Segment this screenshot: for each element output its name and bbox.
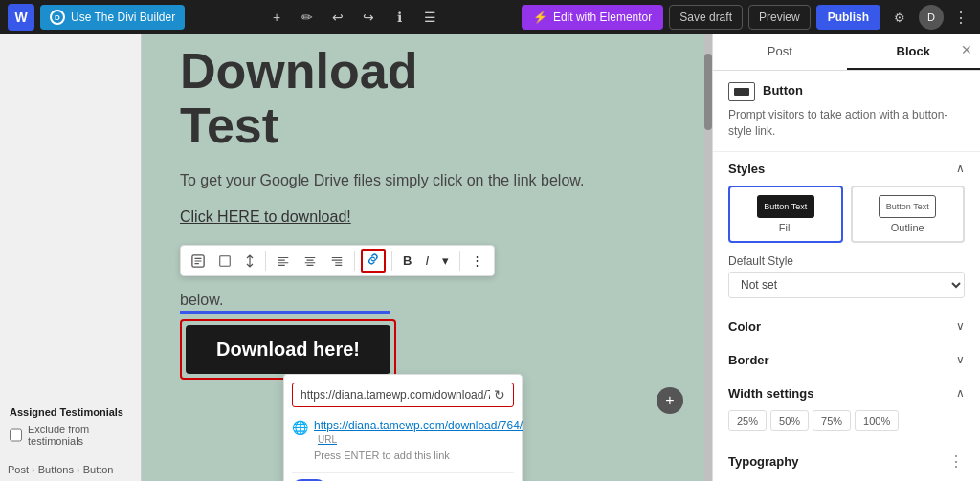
default-style-select[interactable]: Not set xyxy=(728,272,965,298)
style-outline-option[interactable]: Button Text Outline xyxy=(851,186,966,243)
click-here-link[interactable]: Click HERE to download! xyxy=(180,208,351,226)
toolbar-divider-3 xyxy=(391,251,392,271)
width-75-button[interactable]: 75% xyxy=(813,410,851,431)
right-panel: Post Block ✕ Button Prompt visitors to t… xyxy=(712,34,980,481)
link-input-row: ↻ xyxy=(292,383,514,407)
default-style-field: Default Style Not set xyxy=(713,254,980,310)
move-up-down-btn[interactable] xyxy=(240,251,259,271)
breadcrumb-sep-1: › xyxy=(32,464,35,475)
add-block-toolbar-button[interactable]: + xyxy=(263,4,290,31)
publish-button[interactable]: Publish xyxy=(816,5,880,30)
add-new-block-button[interactable]: + xyxy=(657,387,683,414)
breadcrumb-sep-2: › xyxy=(77,464,80,475)
border-label: Border xyxy=(728,353,769,367)
scrollbar-thumb[interactable] xyxy=(704,54,712,130)
link-suggestion-url[interactable]: https://diana.tamewp.com/download/764/ U… xyxy=(314,419,523,446)
download-button-container: Download here! xyxy=(180,319,396,380)
link-url-input[interactable] xyxy=(301,388,490,402)
align-left-btn[interactable] xyxy=(272,251,295,271)
default-style-label: Default Style xyxy=(728,254,965,268)
more-formats-btn[interactable]: ▾ xyxy=(437,251,454,271)
styles-section: Styles ∧ Button Text Fill Button Text Ou… xyxy=(713,152,980,310)
main-area: Assigned Testimonials Exclude from testi… xyxy=(0,34,980,481)
outline-preview: Button Text xyxy=(879,195,936,218)
save-draft-button[interactable]: Save draft xyxy=(669,5,743,30)
inline-formatting-toolbar: B I ▾ ⋮ xyxy=(180,245,495,276)
typography-more-icon[interactable]: ⋮ xyxy=(948,452,965,470)
align-right-btn[interactable] xyxy=(325,251,348,271)
menu-button[interactable]: ☰ xyxy=(416,4,443,31)
border-chevron: ∨ xyxy=(956,353,965,366)
styles-section-header[interactable]: Styles ∧ xyxy=(713,152,980,186)
tab-post[interactable]: Post xyxy=(713,34,847,70)
edit-tool-button[interactable]: ✏ xyxy=(294,4,321,31)
link-refresh-button[interactable]: ↻ xyxy=(494,387,505,403)
assigned-testimonials-panel: Assigned Testimonials Exclude from testi… xyxy=(0,399,141,454)
canvas-scrollbar[interactable] xyxy=(704,34,712,481)
elementor-edit-button[interactable]: ⚡ Edit with Elementor xyxy=(522,5,663,30)
typography-section-header[interactable]: Typography ⋮ xyxy=(713,443,980,480)
block-options-btn[interactable]: ⋮ xyxy=(466,251,488,271)
style-fill-option[interactable]: Button Text Fill xyxy=(728,186,843,243)
preview-button[interactable]: Preview xyxy=(748,5,811,30)
width-section-header[interactable]: Width settings ∧ xyxy=(713,377,980,410)
toolbar-divider-1 xyxy=(265,251,266,271)
italic-button[interactable]: I xyxy=(420,251,434,271)
exclude-testimonials-checkbox[interactable] xyxy=(10,428,22,442)
toolbar-divider-2 xyxy=(354,251,355,271)
width-chevron: ∧ xyxy=(956,386,965,400)
divi-builder-button[interactable]: D Use The Divi Builder xyxy=(40,5,185,30)
panel-tabs: Post Block ✕ xyxy=(713,34,980,71)
redo-button[interactable]: ↪ xyxy=(355,4,382,31)
info-button[interactable]: ℹ xyxy=(386,4,412,31)
fill-preview: Button Text xyxy=(757,195,814,218)
editor-canvas: Assigned Testimonials Exclude from testi… xyxy=(0,34,712,481)
elementor-icon: ⚡ xyxy=(533,11,547,24)
style-options: Button Text Fill Button Text Outline xyxy=(713,186,980,254)
link-popup: ↻ 🌐 https://diana.tamewp.com/download/76… xyxy=(283,374,523,481)
more-options-icon[interactable]: ⋮ xyxy=(949,9,972,27)
block-type-icon xyxy=(728,82,755,101)
globe-icon: 🌐 xyxy=(292,420,308,435)
width-25-button[interactable]: 25% xyxy=(728,410,767,431)
color-section-header[interactable]: Color ∨ xyxy=(713,310,980,343)
settings-button[interactable]: ⚙ xyxy=(886,4,913,31)
link-suggestion-hint: Press ENTER to add this link xyxy=(314,449,450,461)
width-50-button[interactable]: 50% xyxy=(770,410,809,431)
avatar[interactable]: D xyxy=(919,5,944,30)
width-section: Width settings ∧ 25% 50% 75% 100% xyxy=(713,377,980,443)
divi-icon: D xyxy=(50,10,65,25)
color-chevron: ∨ xyxy=(956,319,965,333)
page-title: Download Test xyxy=(180,44,674,153)
block-type-desc: Prompt visitors to take action with a bu… xyxy=(728,107,965,140)
styles-label: Styles xyxy=(728,162,765,176)
undo-button[interactable]: ↩ xyxy=(324,4,351,31)
main-toolbar: W D Use The Divi Builder + ✏ ↩ ↪ ℹ ☰ ⚡ E… xyxy=(0,0,980,34)
url-badge: URL xyxy=(318,434,337,445)
breadcrumb-button[interactable]: Button xyxy=(83,464,114,475)
styles-chevron: ∧ xyxy=(956,162,965,175)
width-100-button[interactable]: 100% xyxy=(855,410,899,431)
page-subtitle: To get your Google Drive files simply cl… xyxy=(180,172,674,189)
block-type-section: Button Prompt visitors to take action wi… xyxy=(713,71,980,152)
text-style-btn[interactable] xyxy=(213,251,236,271)
fill-label: Fill xyxy=(779,222,792,233)
wp-logo[interactable]: W xyxy=(8,4,34,31)
panel-close-button[interactable]: ✕ xyxy=(961,42,972,57)
download-button[interactable]: Download here! xyxy=(186,325,390,374)
toolbar-divider-4 xyxy=(459,251,460,271)
outline-label: Outline xyxy=(891,222,924,233)
color-label: Color xyxy=(728,319,761,334)
exclude-testimonials-label: Exclude from testimonials xyxy=(28,424,131,447)
align-center-btn[interactable] xyxy=(299,251,322,271)
block-type-btn[interactable] xyxy=(187,251,210,271)
link-suggestion-item: 🌐 https://diana.tamewp.com/download/764/… xyxy=(292,415,514,467)
breadcrumb-post[interactable]: Post xyxy=(8,464,29,475)
link-button[interactable] xyxy=(361,249,386,273)
border-section-header[interactable]: Border ∨ xyxy=(713,343,980,377)
breadcrumb-buttons[interactable]: Buttons xyxy=(38,464,74,475)
width-label: Width settings xyxy=(728,386,813,401)
link-toggle-row: Open in new tab xyxy=(292,472,514,481)
partial-text-below: below. xyxy=(180,292,674,309)
bold-button[interactable]: B xyxy=(398,251,416,271)
